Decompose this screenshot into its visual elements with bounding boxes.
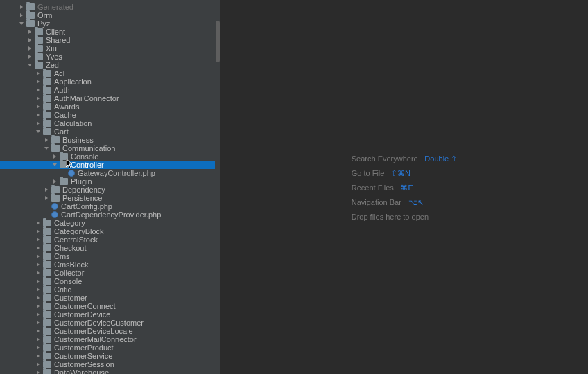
hints-panel: Search Everywhere Double ⇧ Go to File ⇧⌘… [352,149,458,226]
chevron-right-icon[interactable] [19,12,25,18]
tree-item[interactable]: Auth [0,86,220,94]
chevron-down-icon[interactable] [36,129,42,134]
chevron-right-icon[interactable] [36,270,42,276]
chevron-right-icon[interactable] [28,54,33,60]
chevron-right-icon[interactable] [36,220,42,226]
chevron-down-icon[interactable] [44,145,50,151]
tree-item[interactable]: AuthMailConnector [0,94,220,103]
tree-item[interactable]: Xiu [0,44,220,53]
chevron-right-icon[interactable] [36,245,42,251]
tree-item[interactable]: CustomerDevice [0,310,220,319]
tree-item[interactable]: Generated [0,3,220,11]
chevron-right-icon[interactable] [36,121,42,126]
tree-item[interactable]: Category [0,219,220,227]
tree-item[interactable]: CategoryBlock [0,227,220,235]
tree-item[interactable]: CustomerService [0,352,220,360]
chevron-right-icon[interactable] [36,328,42,334]
tree-item[interactable]: Business [0,136,220,144]
tree-item[interactable]: Application [0,78,220,86]
chevron-down-icon[interactable] [53,162,58,168]
scrollbar[interactable] [215,0,220,374]
hint-recent: Recent Files ⌘E [352,182,458,193]
tree-item[interactable]: Collector [0,269,220,277]
chevron-right-icon[interactable] [36,96,42,101]
chevron-right-icon[interactable] [36,112,42,118]
tree-item[interactable]: Critic [0,285,220,294]
tree-item[interactable]: DataWarehouse [0,368,220,374]
chevron-right-icon[interactable] [36,370,42,374]
tree-item[interactable]: CartConfig.php [0,202,220,211]
tree-item[interactable]: Client [0,28,220,36]
tree-item[interactable]: Cache [0,111,220,119]
chevron-right-icon[interactable] [36,104,42,109]
tree-item[interactable]: Cart [0,127,220,136]
editor-empty-area[interactable]: Search Everywhere Double ⇧ Go to File ⇧⌘… [220,0,588,374]
chevron-right-icon[interactable] [36,320,42,326]
chevron-right-icon[interactable] [36,253,42,259]
chevron-right-icon[interactable] [36,71,42,76]
tree-item[interactable]: Acl [0,69,220,78]
tree-item[interactable]: Dependency [0,186,220,194]
chevron-right-icon[interactable] [44,187,50,193]
tree-item[interactable]: CartDependencyProvider.php [0,211,220,219]
tree-item[interactable]: CustomerSession [0,360,220,368]
tree-item-label: Category [54,219,85,227]
chevron-right-icon[interactable] [28,46,33,51]
scrollbar-thumb[interactable] [216,21,220,62]
tree-item[interactable]: Console [0,277,220,285]
tree-item[interactable]: Shared [0,36,220,44]
chevron-right-icon[interactable] [44,195,50,201]
tree-item[interactable]: Pyz [0,19,220,28]
tree-item[interactable]: Zed [0,61,220,69]
tree-item-label: DataWarehouse [54,368,109,374]
tree-item-label: CartConfig.php [61,202,112,211]
tree-item[interactable]: Checkout [0,244,220,252]
chevron-right-icon[interactable] [28,37,33,43]
folder-icon [43,269,51,276]
chevron-right-icon[interactable] [36,295,42,301]
chevron-right-icon[interactable] [53,154,58,159]
tree-item[interactable]: CustomerProduct [0,344,220,352]
chevron-right-icon[interactable] [36,303,42,309]
chevron-right-icon[interactable] [36,229,42,234]
tree-item[interactable]: Persistence [0,194,220,202]
chevron-right-icon[interactable] [36,353,42,359]
tree-item[interactable]: Yves [0,53,220,61]
tree-item[interactable]: Controller [0,161,215,169]
tree-item[interactable]: Console [0,152,220,161]
chevron-right-icon[interactable] [36,262,42,267]
tree-item-label: Critic [54,285,71,294]
chevron-right-icon[interactable] [28,29,33,35]
tree-item[interactable]: Plugin [0,177,220,186]
chevron-down-icon[interactable] [28,62,33,68]
tree-item[interactable]: Cms [0,252,220,260]
tree-item[interactable]: CmsBlock [0,260,220,269]
tree-item[interactable]: Communication [0,144,220,152]
tree-item[interactable]: CentralStock [0,235,220,244]
tree-item[interactable]: Customer [0,294,220,302]
tree-item[interactable]: GatewayController.php [0,169,220,177]
chevron-right-icon[interactable] [36,287,42,292]
tree-item[interactable]: Orm [0,11,220,19]
chevron-right-icon[interactable] [36,278,42,284]
tree-item[interactable]: CustomerDeviceCustomer [0,319,220,327]
tree-item[interactable]: CustomerConnect [0,302,220,310]
chevron-right-icon[interactable] [44,137,50,143]
project-tree-panel[interactable]: GeneratedOrmPyzClientSharedXiuYvesZedAcl… [0,0,220,374]
chevron-right-icon[interactable] [36,79,42,84]
chevron-right-icon[interactable] [36,87,42,93]
chevron-right-icon[interactable] [36,362,42,367]
chevron-right-icon[interactable] [53,179,58,184]
tree-item[interactable]: Awards [0,103,220,111]
chevron-right-icon[interactable] [19,4,25,10]
chevron-right-icon[interactable] [36,237,42,242]
hint-drop: Drop files here to open [352,211,458,222]
tree-item-label: Persistence [62,194,102,202]
chevron-down-icon[interactable] [19,21,25,26]
tree-item[interactable]: Calculation [0,119,220,127]
tree-item[interactable]: CustomerDeviceLocale [0,327,220,335]
chevron-right-icon[interactable] [36,312,42,317]
tree-item[interactable]: CustomerMailConnector [0,335,220,344]
chevron-right-icon[interactable] [36,345,42,350]
chevron-right-icon[interactable] [36,337,42,342]
